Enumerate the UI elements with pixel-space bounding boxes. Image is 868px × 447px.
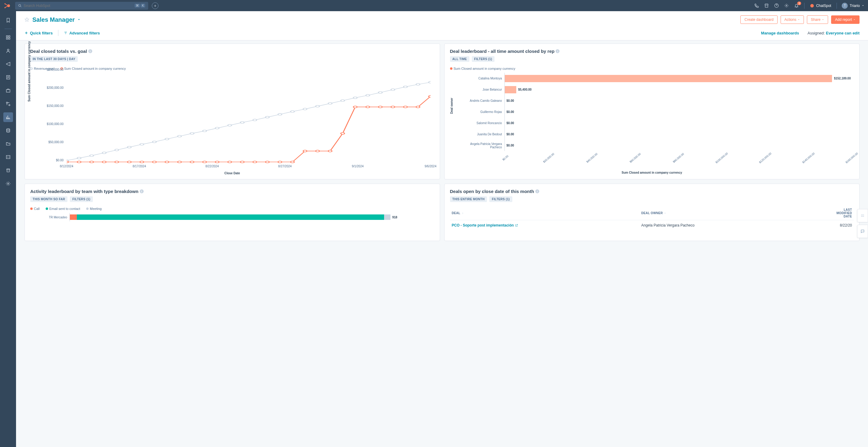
svg-point-0 bbox=[7, 4, 10, 7]
svg-point-15 bbox=[9, 104, 10, 106]
svg-rect-7 bbox=[6, 36, 8, 37]
filter-pill[interactable]: THIS MONTH SO FAR bbox=[30, 196, 67, 202]
svg-point-60 bbox=[203, 161, 206, 163]
sidebar-marketing-icon[interactable] bbox=[3, 59, 13, 69]
sidebar-gear-icon[interactable] bbox=[3, 179, 13, 188]
svg-point-24 bbox=[127, 146, 131, 148]
filter-pill[interactable]: THIS ENTIRE MONTH bbox=[450, 196, 487, 202]
info-icon[interactable]: i bbox=[556, 49, 559, 53]
svg-point-55 bbox=[140, 161, 144, 163]
svg-point-22 bbox=[102, 152, 106, 154]
rail-chat-icon[interactable] bbox=[857, 225, 868, 238]
svg-point-51 bbox=[90, 161, 93, 163]
svg-point-43 bbox=[366, 95, 370, 96]
rail-grip-icon[interactable] bbox=[857, 209, 868, 222]
svg-point-56 bbox=[152, 161, 156, 163]
svg-point-84 bbox=[864, 216, 864, 216]
search-icon bbox=[18, 4, 22, 7]
card-deal-leaderboard: Deal leaderboard - all time amount close… bbox=[444, 43, 860, 179]
sidebar-bookmark-icon[interactable] bbox=[3, 15, 13, 25]
svg-point-35 bbox=[266, 116, 269, 118]
settings-icon[interactable] bbox=[784, 3, 789, 8]
sidebar-automation-icon[interactable] bbox=[3, 99, 13, 109]
external-link-icon bbox=[515, 224, 518, 227]
svg-point-44 bbox=[378, 92, 382, 93]
page-title[interactable]: Sales Manager bbox=[32, 16, 81, 23]
card-title: Deal leaderboard - all time amount close… bbox=[450, 48, 555, 54]
advanced-filters-button[interactable]: Advanced filters bbox=[64, 31, 100, 35]
search-input[interactable] bbox=[24, 4, 134, 8]
svg-point-50 bbox=[77, 161, 81, 163]
sidebar-contacts-icon[interactable] bbox=[3, 46, 13, 56]
legend-item: Sum Closed amount in company currency bbox=[450, 67, 515, 70]
filter-pill[interactable]: IN THE LAST 30 DAYS | DAY bbox=[30, 56, 78, 62]
info-icon[interactable]: i bbox=[535, 190, 539, 193]
info-icon[interactable]: i bbox=[88, 49, 92, 53]
svg-point-39 bbox=[316, 105, 319, 107]
svg-point-26 bbox=[152, 141, 156, 143]
sidebar-commerce-icon[interactable] bbox=[3, 86, 13, 96]
sidebar-code-icon[interactable] bbox=[3, 152, 13, 162]
sidebar-library-icon[interactable] bbox=[3, 139, 13, 148]
svg-point-16 bbox=[6, 129, 10, 130]
column-deal[interactable]: DEAL bbox=[452, 208, 642, 218]
svg-point-49 bbox=[66, 161, 68, 163]
svg-point-29 bbox=[190, 133, 194, 134]
sidebar-reporting-icon[interactable] bbox=[3, 112, 13, 122]
share-button[interactable]: Share bbox=[807, 15, 828, 24]
svg-point-71 bbox=[341, 133, 344, 134]
svg-point-75 bbox=[391, 106, 395, 108]
marketplace-icon[interactable] bbox=[764, 3, 769, 8]
table-row[interactable]: PCO - Soporte post implementación Angela… bbox=[450, 220, 854, 231]
svg-point-78 bbox=[429, 96, 430, 97]
notification-badge: 2 bbox=[797, 1, 801, 5]
create-dashboard-button[interactable]: Create dashboard bbox=[740, 15, 777, 24]
sidebar-store-icon[interactable] bbox=[3, 166, 13, 175]
add-button[interactable]: + bbox=[152, 2, 158, 9]
hubspot-logo-icon[interactable] bbox=[4, 2, 10, 9]
svg-point-42 bbox=[353, 97, 357, 99]
sidebar-apps-icon[interactable] bbox=[3, 33, 13, 42]
svg-point-34 bbox=[253, 119, 256, 121]
svg-point-66 bbox=[278, 161, 282, 163]
deal-link[interactable]: PCO - Soporte post implementación bbox=[452, 223, 518, 228]
favorite-star-icon[interactable] bbox=[25, 17, 29, 22]
chatspot-button[interactable]: ChatSpot bbox=[810, 4, 831, 8]
column-modified[interactable]: LAST MODIFIED DATE bbox=[831, 208, 852, 218]
quick-filters-button[interactable]: Quick filters bbox=[25, 31, 53, 35]
actions-button[interactable]: Actions bbox=[781, 15, 804, 24]
svg-point-37 bbox=[291, 110, 294, 112]
plus-icon bbox=[25, 31, 28, 35]
user-menu[interactable]: T Triario bbox=[837, 3, 864, 9]
top-navbar: ⌘ K + 2 ChatSpot T Triario bbox=[0, 0, 868, 11]
column-owner[interactable]: DEAL OWNER bbox=[641, 208, 831, 218]
sidebar-content-icon[interactable] bbox=[3, 72, 13, 82]
notifications-icon[interactable]: 2 bbox=[794, 3, 799, 8]
legend-item: Email sent to contact bbox=[46, 207, 80, 210]
help-icon[interactable] bbox=[774, 3, 779, 8]
svg-point-63 bbox=[241, 161, 244, 163]
chevron-down-icon bbox=[822, 19, 824, 21]
info-icon[interactable]: i bbox=[140, 190, 144, 193]
svg-point-70 bbox=[328, 150, 332, 152]
page-header: Sales Manager Create dashboard Actions S… bbox=[16, 11, 868, 40]
add-report-button[interactable]: Add report bbox=[831, 15, 860, 24]
sort-icon bbox=[664, 212, 666, 214]
filter-pill[interactable]: FILTERS (1) bbox=[472, 56, 495, 62]
assigned-value-link[interactable]: Everyone can edit bbox=[826, 31, 860, 35]
phone-icon[interactable] bbox=[754, 3, 759, 8]
svg-point-77 bbox=[416, 106, 420, 108]
filter-pill[interactable]: FILTERS (1) bbox=[489, 196, 512, 202]
filter-pill[interactable]: ALL TIME bbox=[450, 56, 469, 62]
filter-pill[interactable]: FILTERS (1) bbox=[70, 196, 93, 202]
sidebar-data-icon[interactable] bbox=[3, 126, 13, 135]
sort-icon bbox=[462, 212, 464, 214]
svg-point-21 bbox=[90, 154, 93, 157]
chatspot-icon bbox=[810, 4, 814, 8]
table-header: DEAL DEAL OWNER LAST MODIFIED DATE bbox=[450, 202, 854, 220]
svg-point-65 bbox=[266, 161, 269, 163]
legend-item: Meeting bbox=[86, 207, 102, 210]
card-activity-leaderboard: Activity leaderboard by team with type b… bbox=[25, 184, 440, 241]
global-search[interactable]: ⌘ K bbox=[15, 2, 148, 10]
manage-dashboards-link[interactable]: Manage dashboards bbox=[761, 31, 799, 35]
